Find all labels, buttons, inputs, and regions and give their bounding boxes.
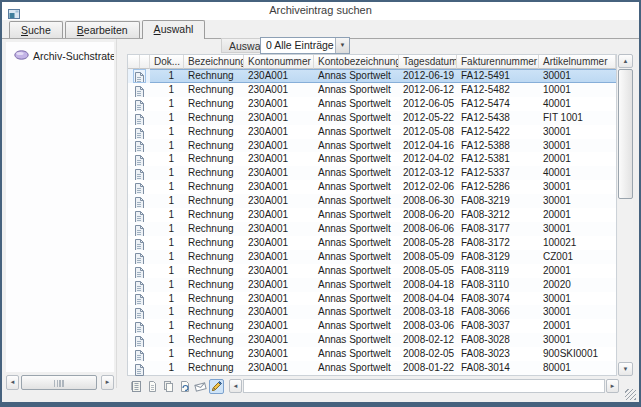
table-row[interactable]: 1Rechnung230A001Annas Sportwelt2012-06-0… [128,97,616,111]
table-cell: Annas Sportwelt [314,333,399,347]
table-cell: 1 [150,250,184,264]
edit-icon[interactable] [209,379,224,394]
row-icon-cell [128,319,150,333]
tab-auswahl[interactable]: Auswahl [142,20,206,39]
column-header[interactable]: Kontonummer [244,55,314,69]
entries-dropdown[interactable]: 0 Alle Einträge ▼ [260,37,350,54]
table-row[interactable]: 1Rechnung230A001Annas Sportwelt2008-05-2… [128,236,616,250]
table-cell: 2008-03-06 [399,319,457,333]
table-cell: 1 [150,278,184,292]
table-row[interactable]: 1Rechnung230A001Annas Sportwelt2008-04-0… [128,292,616,306]
table-cell: 1 [150,305,184,319]
table-cell: Rechnung [184,97,244,111]
scrollbar-thumb[interactable] [618,69,633,199]
row-icon-cell [128,347,150,361]
row-icon-cell [128,278,150,292]
column-header-blank[interactable] [140,55,150,69]
copy-icon[interactable] [161,379,176,394]
table-row[interactable]: 1Rechnung230A001Annas Sportwelt2012-05-2… [128,111,616,125]
table-cell: Rechnung [184,305,244,319]
table-cell: 2008-06-30 [399,194,457,208]
document-icon[interactable] [145,379,160,394]
table-row[interactable]: 1Rechnung230A001Annas Sportwelt2012-06-1… [128,83,616,97]
table-cell: 230A001 [244,194,314,208]
table-row[interactable]: 1Rechnung230A001Annas Sportwelt2008-05-0… [128,250,616,264]
table-cell: FA08-3066 [457,305,539,319]
table-row[interactable]: 1Rechnung230A001Annas Sportwelt2008-06-2… [128,208,616,222]
refresh-document-icon[interactable] [177,379,192,394]
notebook-icon[interactable] [129,379,144,394]
document-icon [134,251,145,263]
table-cell: 1 [150,194,184,208]
table-horizontal-scrollbar[interactable] [243,379,605,393]
down-arrow-icon[interactable]: ▼ [618,362,633,376]
table-row[interactable]: 1Rechnung230A001Annas Sportwelt2008-01-2… [128,361,616,375]
table-vertical-scrollbar[interactable]: ▲ ▼ [618,54,633,376]
sidebar-horizontal-scrollbar[interactable]: ◄ ► [6,375,114,390]
column-header[interactable]: Dok... [150,55,184,69]
table-cell: Rechnung [184,125,244,139]
table-cell: 2008-02-05 [399,347,457,361]
document-icon [134,84,145,96]
left-arrow-icon[interactable]: ◄ [6,375,19,390]
row-icon-cell [128,208,150,222]
tab-bearbeiten[interactable]: Bearbeiten [65,21,140,38]
table-cell: Rechnung [184,319,244,333]
table-cell: 2012-04-02 [399,152,457,166]
mail-icon[interactable] [193,379,208,394]
row-icon-cell [128,292,150,306]
table-cell: Annas Sportwelt [314,69,399,83]
table-cell: 80001 [539,361,616,375]
table-row[interactable]: 1Rechnung230A001Annas Sportwelt2012-03-1… [128,166,616,180]
table-cell: Annas Sportwelt [314,97,399,111]
table-cell: Annas Sportwelt [314,166,399,180]
document-icon [134,70,145,82]
table-row[interactable]: 1Rechnung230A001Annas Sportwelt2012-04-0… [128,152,616,166]
column-header[interactable]: Fakturennummer [457,55,539,69]
up-arrow-icon[interactable]: ▲ [618,54,633,68]
table-row[interactable]: 1Rechnung230A001Annas Sportwelt2008-02-1… [128,333,616,347]
column-header[interactable]: Artikelnummer [539,55,616,69]
table-row[interactable]: 1Rechnung230A001Annas Sportwelt2012-06-1… [128,69,616,83]
table-cell: FA08-3074 [457,292,539,306]
table-row[interactable]: 1Rechnung230A001Annas Sportwelt2008-04-1… [128,278,616,292]
footer-icons [129,379,224,394]
table-cell: 2008-06-06 [399,222,457,236]
table-cell: Annas Sportwelt [314,208,399,222]
table-row[interactable]: 1Rechnung230A001Annas Sportwelt2012-05-0… [128,125,616,139]
scrollbar-thumb[interactable] [21,375,97,390]
table-row[interactable]: 1Rechnung230A001Annas Sportwelt2012-04-1… [128,139,616,153]
column-header-blank[interactable] [128,55,140,69]
sidebar-item-archiv-suchstrategie[interactable]: Archiv-Suchstrategie [6,42,114,62]
right-arrow-icon[interactable]: ► [606,379,619,393]
table-cell: FA12-5422 [457,125,539,139]
panel-splitter[interactable] [116,39,117,388]
table-row[interactable]: 1Rechnung230A001Annas Sportwelt2008-06-0… [128,222,616,236]
document-icon [134,306,145,318]
table-cell: Rechnung [184,250,244,264]
table-row[interactable]: 1Rechnung230A001Annas Sportwelt2008-03-1… [128,305,616,319]
chevron-down-icon[interactable]: ▼ [335,38,349,53]
column-header[interactable]: Tagesdatum [399,55,457,69]
table-row[interactable]: 1Rechnung230A001Annas Sportwelt2008-06-3… [128,194,616,208]
tab-suche[interactable]: Suche [9,21,63,38]
document-icon [134,209,145,221]
titlebar[interactable]: Archiveintrag suchen [2,2,639,20]
left-arrow-icon[interactable]: ◄ [229,379,242,393]
table-cell: 2008-04-04 [399,292,457,306]
table-cell: Annas Sportwelt [314,194,399,208]
right-arrow-icon[interactable]: ► [101,375,114,390]
table-row[interactable]: 1Rechnung230A001Annas Sportwelt2008-02-0… [128,347,616,361]
table-row[interactable]: 1Rechnung230A001Annas Sportwelt2012-02-0… [128,180,616,194]
column-header[interactable]: Bezeichnung [184,55,244,69]
table-cell: 1 [150,236,184,250]
resize-grip[interactable] [625,389,636,400]
table-cell: 230A001 [244,236,314,250]
table-cell: FA08-3119 [457,264,539,278]
column-header[interactable]: Kontobezeichnung [314,55,399,69]
table-row[interactable]: 1Rechnung230A001Annas Sportwelt2008-03-0… [128,319,616,333]
table-row[interactable]: 1Rechnung230A001Annas Sportwelt2008-05-0… [128,264,616,278]
table-cell: Rechnung [184,180,244,194]
archive-search-window: Archiveintrag suchen SucheBearbeitenAusw… [0,0,641,407]
document-icon [134,181,145,193]
